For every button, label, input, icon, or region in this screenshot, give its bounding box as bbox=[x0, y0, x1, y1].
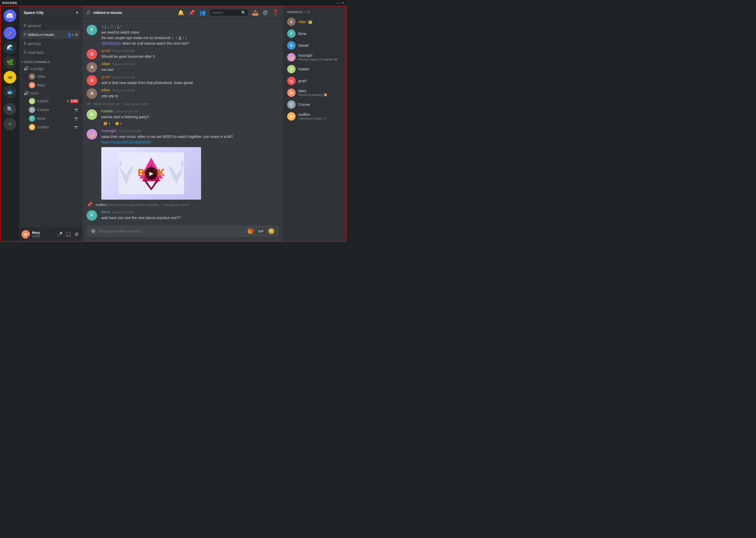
member-item-gnarf[interactable]: G gnarf bbox=[285, 75, 344, 87]
message-content-10: fiona Today at 9:18 AM wait have you see… bbox=[101, 210, 279, 221]
user-panel-controls[interactable]: 🎤 🎧 ⚙ bbox=[56, 231, 80, 238]
video-embed[interactable]: BEAK ▶ bbox=[101, 147, 201, 200]
message-content-8: moongirl Today at 9:18 AM aaaa their new… bbox=[101, 129, 279, 200]
video-thumbnail[interactable]: BEAK ▶ bbox=[101, 147, 201, 200]
pin-system-icon: 📌 bbox=[87, 202, 92, 207]
message-text-10: wait have you see the new dance practice… bbox=[101, 215, 279, 221]
discord-home-button[interactable] bbox=[4, 10, 16, 22]
message-timestamp-5: Today at 9:18 AM bbox=[112, 89, 134, 92]
message-text-3: me too! bbox=[101, 67, 279, 73]
system-pin-text: muffins pinned a message to this channel… bbox=[96, 203, 189, 207]
youtube-link[interactable]: https://youtu.be/OiDx6aQ928o bbox=[101, 140, 151, 144]
members-list-icon[interactable]: 👥 bbox=[199, 10, 206, 16]
message-author-allan-1[interactable]: Allan bbox=[101, 62, 110, 66]
member-name-katelin: Katelin bbox=[298, 67, 309, 72]
message-timestamp-10: Today at 9:18 AM bbox=[112, 211, 134, 214]
voice-user-name-fiona: fiona bbox=[37, 116, 45, 121]
explore-servers-button[interactable]: 🔍 bbox=[4, 103, 16, 116]
message-input[interactable] bbox=[99, 226, 244, 236]
headset-button[interactable]: 🎧 bbox=[65, 231, 72, 238]
member-name-muffins: muffins bbox=[298, 112, 327, 117]
member-avatar-muffins-sidebar: M bbox=[287, 112, 296, 121]
member-item-daniel[interactable]: D Daniel bbox=[285, 40, 344, 51]
message-avatar-gnarf-1: G bbox=[87, 49, 97, 59]
voice-user-muffins[interactable]: M muffins 📷 bbox=[22, 123, 80, 131]
emoji-button[interactable]: 😊 bbox=[268, 228, 275, 234]
user-info[interactable]: Mary #0000 bbox=[32, 231, 54, 238]
notification-bell-icon[interactable]: 🔔 bbox=[178, 10, 184, 16]
system-message-author-fiona[interactable]: fiona bbox=[94, 102, 101, 106]
channel-item-videos-n-music[interactable]: # videos-n-music 👤+ ⚙ bbox=[22, 30, 80, 39]
add-attachment-button[interactable]: ⊕ bbox=[91, 228, 96, 235]
member-item-allan[interactable]: A Allan 👑 bbox=[285, 16, 344, 27]
member-item-moongirl[interactable]: 🌙 moongirl Playing League of Legends 🎮 bbox=[285, 51, 344, 63]
channel-item-food-fails[interactable]: # food-fails bbox=[22, 48, 80, 57]
message-author-gnarf-2[interactable]: gnarf bbox=[101, 75, 110, 79]
user-avatar[interactable]: M bbox=[22, 230, 30, 239]
reaction-cat-1[interactable]: 🐱 3 bbox=[101, 121, 112, 126]
system-message-author-muffins[interactable]: muffins bbox=[96, 203, 107, 207]
server-icon-4[interactable]: 40 bbox=[4, 71, 16, 83]
message-author-allan-2[interactable]: Allan bbox=[101, 88, 110, 92]
message-timestamp-8: Today at 9:18 AM bbox=[118, 130, 141, 133]
channel-action-icons[interactable]: 👤+ ⚙ bbox=[67, 32, 78, 37]
member-name-fiona: fiona bbox=[298, 31, 306, 36]
voice-user-fiona[interactable]: F fiona 📷 bbox=[22, 114, 80, 123]
message-author-fiona-2[interactable]: fiona bbox=[101, 210, 110, 214]
gif-button[interactable]: GIF bbox=[257, 229, 265, 234]
microphone-button[interactable]: 🎤 bbox=[56, 231, 64, 238]
help-icon[interactable]: ❓ bbox=[272, 10, 279, 16]
everyone-mention[interactable]: @everyone bbox=[101, 41, 121, 45]
settings-icon[interactable]: ⚙ bbox=[75, 32, 78, 37]
member-item-conner[interactable]: C Conner bbox=[285, 99, 344, 110]
search-input[interactable] bbox=[212, 11, 240, 15]
voice-channels-header[interactable]: ▾ VOICE CHANNELS bbox=[20, 57, 82, 65]
member-item-fiona[interactable]: F fiona bbox=[285, 28, 344, 39]
member-info-katelin: Katelin bbox=[298, 67, 309, 72]
message-author-gnarf[interactable]: gnarf bbox=[101, 48, 110, 53]
reaction-cat-2[interactable]: 🐱 3 bbox=[113, 121, 124, 126]
member-item-muffins[interactable]: M muffins Listening to Spotify 🎵 bbox=[285, 111, 344, 122]
add-server-button[interactable]: + bbox=[4, 118, 16, 130]
message-author-moongirl[interactable]: moongirl bbox=[101, 129, 117, 133]
channel-item-general[interactable]: # general bbox=[22, 21, 80, 30]
pinned-messages-icon[interactable]: 📌 bbox=[188, 10, 195, 16]
channel-item-gaming[interactable]: # gaming bbox=[22, 39, 80, 48]
voice-channel-lounge[interactable]: 🔊 Lounge bbox=[22, 65, 80, 72]
voice-user-mary[interactable]: M Mary bbox=[22, 81, 80, 89]
voice-user-katelin[interactable]: K Katelin 🖥 LIVE bbox=[22, 97, 80, 105]
server-sidebar: Space City ▾ # general # videos-n-music … bbox=[20, 6, 82, 241]
window-controls[interactable]: — □ ✕ bbox=[336, 1, 344, 5]
member-avatar-gnarf-sidebar: G bbox=[287, 77, 296, 85]
server-icon-5[interactable]: 🐟 bbox=[4, 86, 16, 98]
gift-icon[interactable]: 🎁 bbox=[247, 228, 254, 234]
add-member-icon[interactable]: 👤+ bbox=[67, 32, 74, 37]
server-header[interactable]: Space City ▾ bbox=[20, 6, 82, 19]
voice-channel-dnd[interactable]: 🔊 DnD bbox=[22, 89, 80, 97]
message-text-4: ooh is that new avatar from that photosh… bbox=[101, 80, 279, 86]
server-icon-1[interactable]: 🚀 bbox=[4, 27, 16, 39]
member-avatar-fiona: F bbox=[287, 29, 296, 38]
search-bar[interactable]: 🔍 bbox=[210, 10, 248, 16]
voice-user-allan[interactable]: A Allan bbox=[22, 72, 80, 81]
member-item-mary[interactable]: M Mary Streaming Drawing 🎨 bbox=[285, 87, 344, 98]
app-body: 🚀 🌊 🌿 40 🐟 🔍 + Space City ▾ # bbox=[0, 6, 347, 242]
inbox-icon[interactable]: 📥 bbox=[252, 10, 259, 16]
message-content-3: Allan Today at 9:18 AM me too! bbox=[101, 62, 279, 73]
server-name: Space City bbox=[24, 10, 44, 15]
reaction-emoji-1: 🐱 bbox=[103, 122, 107, 126]
mention-icon[interactable]: @ bbox=[263, 10, 268, 16]
voice-user-conner[interactable]: C Conner 📷 bbox=[22, 106, 80, 114]
crown-icon-allan: 👑 bbox=[308, 20, 312, 24]
member-status-muffins: Listening to Spotify 🎵 bbox=[298, 117, 327, 120]
member-item-katelin[interactable]: K Katelin bbox=[285, 63, 344, 75]
play-button[interactable]: ▶ bbox=[145, 167, 158, 180]
message-author-katelin[interactable]: Katelin bbox=[101, 109, 114, 113]
user-settings-button[interactable]: ⚙ bbox=[73, 231, 80, 238]
member-avatar-katelin-sidebar: K bbox=[287, 65, 296, 73]
username: Mary bbox=[32, 231, 54, 235]
server-icon-2[interactable]: 🌊 bbox=[4, 41, 16, 54]
channel-title: videos-n-music bbox=[93, 10, 122, 15]
server-icon-3[interactable]: 🌿 bbox=[4, 56, 16, 69]
hash-icon-food: # bbox=[24, 50, 26, 55]
